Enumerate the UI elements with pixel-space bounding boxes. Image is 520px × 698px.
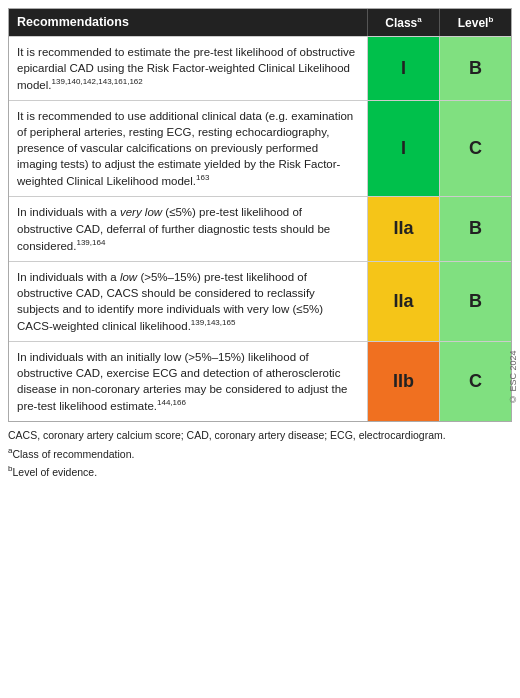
footnote-abbrev: CACS, coronary artery calcium score; CAD… bbox=[8, 428, 512, 444]
recommendation-text-4: In individuals with a low (>5%–15%) pre-… bbox=[9, 262, 367, 341]
footnote-a: aClass of recommendation. bbox=[8, 445, 512, 462]
recommendation-text-2: It is recommended to use additional clin… bbox=[9, 101, 367, 196]
class-cell-2: I bbox=[367, 101, 439, 196]
footnotes: CACS, coronary artery calcium score; CAD… bbox=[0, 422, 520, 485]
table-header: Recommendations Classa Levelb bbox=[9, 9, 511, 36]
level-cell-2: C bbox=[439, 101, 511, 196]
esc-watermark: © ESC 2024 bbox=[508, 332, 518, 422]
main-table: Recommendations Classa Levelb It is reco… bbox=[8, 8, 512, 422]
class-cell-5: IIb bbox=[367, 342, 439, 421]
level-cell-5: C bbox=[439, 342, 511, 421]
table-row: In individuals with a very low (≤5%) pre… bbox=[9, 196, 511, 260]
footnote-b: bLevel of evidence. bbox=[8, 463, 512, 480]
recommendation-text-3: In individuals with a very low (≤5%) pre… bbox=[9, 197, 367, 260]
header-level: Levelb bbox=[439, 9, 511, 36]
table-row: In individuals with a low (>5%–15%) pre-… bbox=[9, 261, 511, 341]
table-row: It is recommended to estimate the pre-te… bbox=[9, 36, 511, 100]
table-row: It is recommended to use additional clin… bbox=[9, 100, 511, 196]
class-cell-4: IIa bbox=[367, 262, 439, 341]
header-recommendations: Recommendations bbox=[9, 9, 367, 36]
level-cell-1: B bbox=[439, 37, 511, 100]
recommendations-table-wrapper: Recommendations Classa Levelb It is reco… bbox=[0, 8, 520, 485]
class-cell-3: IIa bbox=[367, 197, 439, 260]
class-cell-1: I bbox=[367, 37, 439, 100]
recommendation-text-5: In individuals with an initially low (>5… bbox=[9, 342, 367, 421]
table-row: In individuals with an initially low (>5… bbox=[9, 341, 511, 421]
recommendation-text-1: It is recommended to estimate the pre-te… bbox=[9, 37, 367, 100]
header-class: Classa bbox=[367, 9, 439, 36]
level-cell-4: B bbox=[439, 262, 511, 341]
level-cell-3: B bbox=[439, 197, 511, 260]
